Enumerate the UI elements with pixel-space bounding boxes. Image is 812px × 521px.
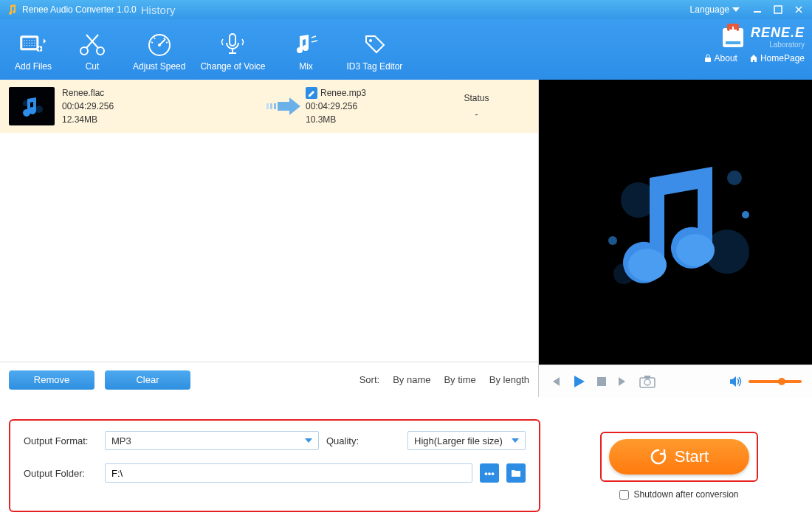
cut-label: Cut <box>86 61 100 72</box>
clear-button[interactable]: Clear <box>105 370 190 390</box>
main-toolbar: Add Files Cut Adjust Speed Change of Voi… <box>0 19 812 80</box>
adjust-speed-button[interactable]: Adjust Speed <box>125 27 193 75</box>
svg-rect-9 <box>230 34 235 46</box>
prev-track-button[interactable] <box>549 376 561 387</box>
svg-rect-33 <box>644 376 650 379</box>
brand-logo: RENE.E Laboratory <box>718 22 805 52</box>
sort-by-time[interactable]: By time <box>444 374 475 385</box>
cut-button[interactable]: Cut <box>59 27 125 75</box>
source-duration: 00:04:29.256 <box>62 100 261 113</box>
svg-rect-20 <box>278 102 289 111</box>
preview-panel <box>539 80 812 397</box>
preview-controls <box>539 365 812 397</box>
sort-by-length[interactable]: By length <box>489 374 529 385</box>
shutdown-checkbox[interactable]: Shutdown after conversion <box>619 489 738 500</box>
svg-rect-30 <box>597 377 606 386</box>
svg-rect-14 <box>705 58 711 62</box>
start-button[interactable]: Start <box>609 439 749 475</box>
output-folder-label: Output Folder: <box>24 468 97 479</box>
brand-sub: Laboratory <box>751 41 805 49</box>
list-footer: Remove Clear Sort: By name By time By le… <box>0 362 538 397</box>
tag-icon <box>360 30 388 58</box>
add-files-button[interactable]: Add Files <box>7 27 59 75</box>
chevron-down-icon <box>305 438 312 443</box>
file-area: Renee.flac 00:04:29.256 12.34MB Renee.mp… <box>0 80 539 397</box>
change-voice-label: Change of Voice <box>200 61 265 72</box>
svg-point-5 <box>80 47 88 55</box>
svg-point-8 <box>158 44 161 46</box>
folder-icon <box>511 469 521 477</box>
shutdown-label: Shutdown after conversion <box>633 489 738 500</box>
file-thumbnail <box>9 87 55 125</box>
start-label: Start <box>675 447 709 466</box>
output-format-value: MP3 <box>111 435 131 446</box>
lock-icon <box>703 54 712 63</box>
svg-point-25 <box>727 170 742 185</box>
add-files-label: Add Files <box>15 61 52 72</box>
browse-folder-button[interactable] <box>506 463 526 483</box>
next-track-button[interactable] <box>617 376 629 387</box>
mix-icon <box>292 30 320 58</box>
svg-point-28 <box>676 234 715 266</box>
scissors-icon <box>78 30 106 58</box>
bottom-panel: Output Format: MP3 Quality: High(Larger … <box>0 397 812 521</box>
history-link[interactable]: History <box>141 4 176 16</box>
language-label: Language <box>690 4 729 15</box>
change-voice-button[interactable]: Change of Voice <box>193 27 272 75</box>
destination-size: 10.3MB <box>306 113 424 126</box>
output-folder-input[interactable] <box>105 463 472 483</box>
speedometer-icon <box>145 30 173 58</box>
play-button[interactable] <box>571 374 586 389</box>
mix-button[interactable]: Mix <box>273 27 340 75</box>
quality-dropdown[interactable]: High(Larger file size) <box>407 431 526 450</box>
svg-point-16 <box>35 106 43 113</box>
output-format-dropdown[interactable]: MP3 <box>105 431 319 450</box>
close-button[interactable] <box>791 4 806 15</box>
id3-editor-button[interactable]: ID3 Tag Editor <box>340 27 410 75</box>
title-bar: Renee Audio Converter 1.0.0 History Lang… <box>0 0 812 19</box>
svg-rect-1 <box>774 6 782 13</box>
stop-button[interactable] <box>596 376 607 387</box>
svg-point-26 <box>608 236 617 245</box>
preview-display <box>539 80 812 365</box>
microphone-icon <box>219 30 247 58</box>
svg-rect-0 <box>754 11 761 13</box>
remove-button[interactable]: Remove <box>9 370 94 390</box>
svg-point-10 <box>369 39 372 42</box>
snapshot-button[interactable] <box>639 375 656 388</box>
minimize-button[interactable] <box>750 4 765 15</box>
source-size: 12.34MB <box>62 113 261 126</box>
maximize-button[interactable] <box>771 4 785 15</box>
source-filename: Renee.flac <box>62 86 261 100</box>
volume-icon[interactable] <box>729 376 743 387</box>
mix-label: Mix <box>299 61 313 72</box>
svg-point-29 <box>628 249 667 281</box>
svg-rect-19 <box>274 103 276 109</box>
chevron-down-icon <box>512 438 519 443</box>
svg-rect-13 <box>726 41 740 44</box>
svg-point-32 <box>644 379 650 385</box>
id3-label: ID3 Tag Editor <box>347 61 403 72</box>
sort-by-name[interactable]: By name <box>393 374 430 385</box>
more-options-button[interactable]: ••• <box>480 463 499 483</box>
main-area: Renee.flac 00:04:29.256 12.34MB Renee.mp… <box>0 80 812 397</box>
status-header: Status <box>464 93 489 103</box>
shutdown-checkbox-input[interactable] <box>619 490 629 500</box>
app-title: Renee Audio Converter 1.0.0 <box>22 4 137 15</box>
sort-label: Sort: <box>359 374 379 385</box>
adjust-speed-label: Adjust Speed <box>133 61 185 72</box>
volume-slider[interactable] <box>749 380 802 383</box>
destination-duration: 00:04:29.256 <box>306 100 424 113</box>
homepage-link[interactable]: HomePage <box>749 53 805 63</box>
file-row[interactable]: Renee.flac 00:04:29.256 12.34MB Renee.mp… <box>0 80 538 133</box>
language-dropdown[interactable]: Language <box>690 4 740 15</box>
output-format-label: Output Format: <box>24 435 97 446</box>
status-value: - <box>475 109 478 120</box>
refresh-icon <box>650 448 667 466</box>
home-icon <box>749 54 758 63</box>
edit-icon[interactable] <box>306 87 317 99</box>
output-settings: Output Format: MP3 Quality: High(Larger … <box>9 419 540 512</box>
brand-area: RENE.E Laboratory About HomePage <box>703 22 805 63</box>
status-column: Status - <box>424 93 529 120</box>
about-link[interactable]: About <box>703 53 737 63</box>
